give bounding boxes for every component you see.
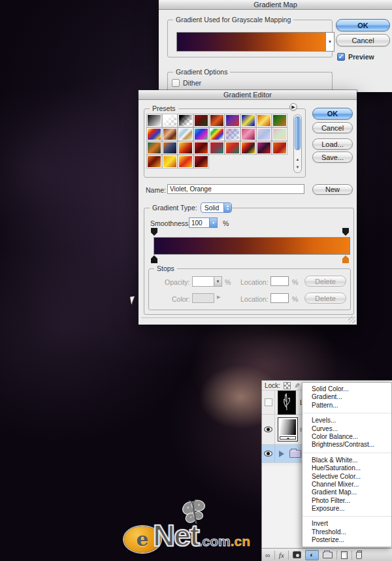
smoothness-input[interactable] xyxy=(189,218,209,227)
editor-ok-button[interactable]: OK xyxy=(312,108,353,120)
layer-style-fx-icon[interactable]: fx xyxy=(279,551,284,559)
eye-icon[interactable] xyxy=(264,426,272,432)
smoothness-dropdown-icon[interactable]: ▼ xyxy=(209,218,217,227)
menu-item-curves[interactable]: Curves... xyxy=(302,425,391,433)
scroll-up-button[interactable]: ▲ xyxy=(294,155,301,163)
menu-item-pattern[interactable]: Pattern... xyxy=(302,402,391,409)
menu-item-gradient-map[interactable]: Gradient Map... xyxy=(302,489,391,496)
menu-item-posterize[interactable]: Posterize... xyxy=(302,536,391,544)
gradient-preset-23[interactable] xyxy=(225,142,240,154)
menu-item-invert[interactable]: Invert xyxy=(302,520,391,528)
gradient-preset-12[interactable] xyxy=(194,128,208,140)
editor-cancel-button[interactable]: Cancel xyxy=(312,122,353,133)
group-folder-icon[interactable] xyxy=(289,450,301,458)
visibility-cell[interactable] xyxy=(262,445,275,462)
expand-triangle-icon[interactable] xyxy=(279,451,284,457)
menu-item-color-balance[interactable]: Color Balance... xyxy=(302,433,391,441)
resize-grip[interactable] xyxy=(348,316,355,323)
gradient-editor-titlebar[interactable]: Gradient Editor xyxy=(139,90,357,100)
gradient-preset-17[interactable] xyxy=(272,128,287,140)
new-group-icon[interactable] xyxy=(323,552,333,558)
new-layer-icon[interactable] xyxy=(341,551,348,559)
gradient-preset-25[interactable] xyxy=(257,142,271,154)
gradient-preset-16[interactable] xyxy=(257,128,271,140)
visibility-cell[interactable] xyxy=(262,415,275,444)
gradient-preset-9[interactable] xyxy=(147,128,161,140)
name-input[interactable] xyxy=(167,184,304,194)
lock-transparency-icon[interactable] xyxy=(284,382,291,389)
menu-item-solid-color[interactable]: Solid Color... xyxy=(302,385,391,393)
gradient-preset-1[interactable] xyxy=(163,114,177,127)
opacity-stop-left[interactable] xyxy=(151,228,157,236)
gradient-picker-dropdown-arrow[interactable]: ▼ xyxy=(325,33,334,51)
gradient-map-cancel-button[interactable]: Cancel xyxy=(336,34,390,46)
gradient-edit-bar[interactable] xyxy=(154,237,350,255)
color-stop-left[interactable] xyxy=(151,255,157,263)
color-stop-right[interactable] xyxy=(342,255,349,263)
gradient-preset-20[interactable] xyxy=(178,142,193,154)
gradient-preset-26[interactable] xyxy=(272,142,287,154)
add-layer-mask-icon[interactable] xyxy=(293,551,301,558)
gradient-map-titlebar[interactable]: Gradient Map xyxy=(159,0,392,10)
menu-item-exposure[interactable]: Exposure... xyxy=(302,505,391,513)
gradient-type-label: Gradient Type: xyxy=(150,204,200,212)
gradient-map-layer-thumbnail[interactable] xyxy=(278,417,298,441)
gradient-preset-18[interactable] xyxy=(147,142,161,154)
visibility-empty-well[interactable] xyxy=(265,398,272,406)
gradient-preset-7[interactable] xyxy=(257,114,271,127)
delete-layer-trash-icon[interactable] xyxy=(356,552,362,559)
presets-flyout-menu-button[interactable]: ▶ xyxy=(289,103,297,111)
smoothness-combo[interactable]: ▼ xyxy=(189,217,218,228)
new-button[interactable]: New xyxy=(312,184,353,195)
load-button[interactable]: Load... xyxy=(312,138,353,150)
gradient-preset-13[interactable] xyxy=(210,128,224,140)
gradient-preset-2[interactable] xyxy=(178,114,193,127)
save-button[interactable]: Save... xyxy=(312,152,353,163)
gradient-preview-fill[interactable] xyxy=(177,33,325,51)
scroll-down-button[interactable]: ▼ xyxy=(294,163,301,171)
gradient-preset-3[interactable] xyxy=(194,114,208,127)
gradient-preset-15[interactable] xyxy=(241,128,255,140)
gradient-map-ok-button[interactable]: OK xyxy=(336,19,390,31)
eye-icon[interactable] xyxy=(264,451,272,457)
lock-paint-icon[interactable]: ✎ xyxy=(293,383,301,388)
gradient-preset-8[interactable] xyxy=(272,114,287,127)
menu-item-hue-saturation[interactable]: Hue/Saturation... xyxy=(302,464,391,472)
plant-layer-thumbnail[interactable] xyxy=(278,391,296,415)
presets-scrollbar-thumb[interactable] xyxy=(295,116,301,150)
new-adjustment-layer-button[interactable]: ◐ xyxy=(305,550,319,560)
gradient-preset-10[interactable] xyxy=(163,128,177,140)
menu-item-black-white[interactable]: Black & White... xyxy=(302,457,391,464)
visibility-cell[interactable] xyxy=(262,391,275,414)
gradient-preset-14[interactable] xyxy=(225,128,240,140)
gradient-preset-21[interactable] xyxy=(194,142,208,154)
opacity-stop-right[interactable] xyxy=(342,228,349,236)
gradient-type-select[interactable]: Solid ▲▼ xyxy=(201,202,232,213)
presets-scrollbar[interactable]: ▲ ▼ xyxy=(293,114,302,173)
gradient-preview-strip[interactable]: ▼ xyxy=(176,32,335,52)
gradient-preset-19[interactable] xyxy=(163,142,177,154)
gradient-preset-29[interactable] xyxy=(178,155,193,168)
gradient-preset-27[interactable] xyxy=(147,155,161,168)
stops-label: Stops xyxy=(154,264,177,272)
gradient-preset-5[interactable] xyxy=(225,114,240,127)
link-layers-icon[interactable]: ∞ xyxy=(265,551,270,559)
gradient-preset-0[interactable] xyxy=(147,114,161,127)
gradient-preset-22[interactable] xyxy=(210,142,224,154)
preview-checkbox[interactable]: ✓ xyxy=(337,53,345,61)
menu-item-levels[interactable]: Levels... xyxy=(302,417,391,425)
gradient-preset-28[interactable] xyxy=(163,155,177,168)
menu-item-selective-color[interactable]: Selective Color... xyxy=(302,473,391,481)
menu-item-brightness-contrast[interactable]: Brightness/Contrast... xyxy=(302,441,391,449)
gradient-preset-24[interactable] xyxy=(241,142,255,154)
gradient-preset-6[interactable] xyxy=(241,114,255,127)
menu-item-photo-filter[interactable]: Photo Filter... xyxy=(302,497,391,505)
gradient-preset-4[interactable] xyxy=(210,114,224,127)
dither-checkbox[interactable] xyxy=(172,79,180,87)
gradient-preset-30[interactable] xyxy=(194,155,208,168)
menu-item-threshold[interactable]: Threshold... xyxy=(302,528,391,536)
menu-item-gradient[interactable]: Gradient... xyxy=(302,393,391,401)
menu-item-channel-mixer[interactable]: Channel Mixer... xyxy=(302,481,391,489)
gradient-preset-11[interactable] xyxy=(178,128,193,140)
menu-separator xyxy=(302,513,391,520)
